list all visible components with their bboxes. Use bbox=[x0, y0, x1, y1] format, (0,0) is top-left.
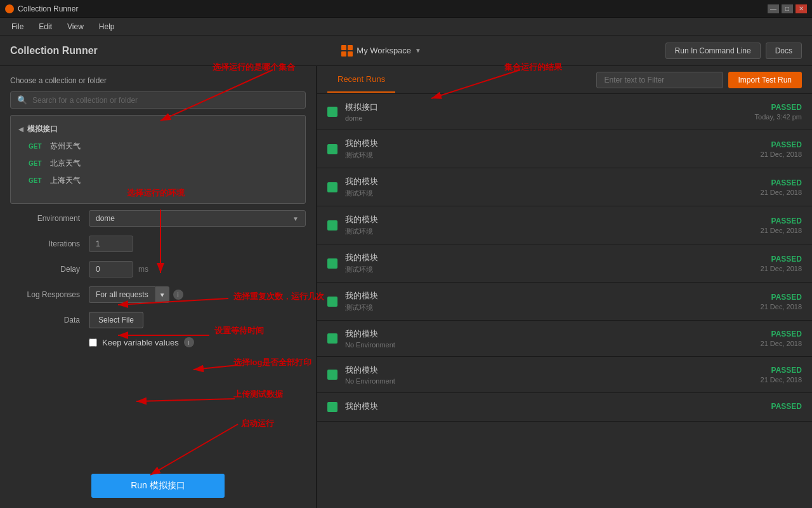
run-status-icon bbox=[327, 182, 337, 192]
run-status-icon bbox=[327, 220, 337, 231]
menu-help[interactable]: Help bbox=[93, 21, 121, 32]
delay-input[interactable] bbox=[89, 261, 133, 277]
menu-view[interactable]: View bbox=[61, 21, 90, 32]
data-label: Data bbox=[10, 316, 80, 324]
run-name: 我的模块 bbox=[345, 214, 761, 225]
log-info-icon[interactable]: i bbox=[173, 290, 183, 300]
run-item[interactable]: 我的模块 测试环境 PASSED 21 Dec, 2018 bbox=[317, 206, 812, 244]
run-status: PASSED bbox=[761, 140, 802, 149]
keep-variable-checkbox[interactable] bbox=[89, 338, 97, 347]
tree-child-item-1[interactable]: GET 北京天气 bbox=[11, 155, 305, 172]
keep-variable-label: Keep variable values bbox=[102, 338, 179, 347]
chevron-down-icon: ▼ bbox=[292, 215, 299, 222]
title-bar: Collection Runner — □ ✕ bbox=[0, 0, 812, 18]
run-time: 21 Dec, 2018 bbox=[761, 189, 802, 196]
collection-tree: ◀ 模拟接口 GET 苏州天气 GET 北京天气 GET 上海天气 bbox=[10, 115, 306, 204]
log-responses-dropdown-button[interactable]: ▼ bbox=[155, 286, 169, 303]
delay-unit: ms bbox=[138, 265, 148, 274]
tree-item-name-2: 上海天气 bbox=[50, 175, 81, 186]
header-buttons: Run In Command Line Docs bbox=[665, 43, 802, 59]
tree-item-name-1: 北京天气 bbox=[50, 158, 81, 169]
run-item[interactable]: 我的模块 测试环境 PASSED 21 Dec, 2018 bbox=[317, 244, 812, 283]
run-item[interactable]: 模拟接口 dome PASSED Today, 3:42 pm bbox=[317, 94, 812, 130]
run-status: PASSED bbox=[771, 402, 802, 411]
maximize-button[interactable]: □ bbox=[782, 4, 793, 13]
run-name: 我的模块 bbox=[345, 290, 761, 302]
menu-file[interactable]: File bbox=[5, 21, 30, 32]
search-input[interactable] bbox=[32, 96, 299, 105]
keep-variable-checkbox-row: Keep variable values i bbox=[89, 337, 194, 347]
run-status: PASSED bbox=[761, 178, 802, 187]
minimize-button[interactable]: — bbox=[768, 4, 779, 13]
run-env: 测试环境 bbox=[345, 189, 761, 198]
run-item[interactable]: 我的模块 No Environment PASSED 21 Dec, 2018 bbox=[317, 357, 812, 393]
window-controls[interactable]: — □ ✕ bbox=[768, 4, 807, 13]
right-header: Recent Runs Import Test Run bbox=[317, 66, 812, 94]
tree-folder-name: 模拟接口 bbox=[27, 124, 58, 135]
run-env: No Environment bbox=[345, 341, 761, 349]
filter-input[interactable] bbox=[596, 72, 723, 88]
top-header: Collection Runner My Workspace ▼ Run In … bbox=[0, 36, 812, 66]
app-title: Collection Runner bbox=[10, 45, 98, 57]
docs-button[interactable]: Docs bbox=[766, 43, 802, 59]
run-item[interactable]: 我的模块 测试环境 PASSED 21 Dec, 2018 bbox=[317, 168, 812, 206]
run-status-icon bbox=[327, 402, 337, 412]
log-responses-label: Log Responses bbox=[10, 290, 80, 299]
right-panel: Recent Runs Import Test Run 模拟接口 dome PA… bbox=[317, 66, 812, 508]
tree-folder-item[interactable]: ◀ 模拟接口 bbox=[11, 121, 305, 138]
window-title: Collection Runner bbox=[18, 4, 78, 13]
run-status-icon bbox=[327, 107, 337, 117]
http-method-label-1: GET bbox=[29, 160, 46, 167]
workspace-chevron-icon: ▼ bbox=[415, 47, 421, 54]
run-name: 模拟接口 bbox=[345, 102, 755, 113]
menu-edit[interactable]: Edit bbox=[32, 21, 58, 32]
run-item[interactable]: 我的模块 No Environment PASSED 21 Dec, 2018 bbox=[317, 321, 812, 357]
run-button[interactable]: Run 模拟接口 bbox=[91, 474, 225, 498]
run-time: Today, 3:42 pm bbox=[755, 113, 802, 121]
run-item[interactable]: 我的模块 测试环境 PASSED 21 Dec, 2018 bbox=[317, 283, 812, 321]
delay-label: Delay bbox=[10, 265, 80, 274]
iterations-input[interactable] bbox=[89, 236, 133, 252]
close-button[interactable]: ✕ bbox=[796, 4, 807, 13]
run-status: PASSED bbox=[761, 293, 802, 302]
menu-bar: File Edit View Help bbox=[0, 18, 812, 36]
run-time: 21 Dec, 2018 bbox=[761, 150, 802, 158]
app-icon bbox=[5, 4, 14, 13]
left-panel: Choose a collection or folder 🔍 ◀ 模拟接口 G… bbox=[0, 66, 317, 508]
run-time: 21 Dec, 2018 bbox=[761, 303, 802, 311]
run-name: 我的模块 bbox=[345, 252, 761, 264]
run-status-icon bbox=[327, 370, 337, 380]
run-item[interactable]: 我的模块 PASSED bbox=[317, 393, 812, 422]
tab-bar: Recent Runs bbox=[327, 67, 395, 93]
workspace-grid-icon bbox=[341, 45, 353, 57]
workspace-name: My Workspace bbox=[357, 46, 411, 55]
run-env: 测试环境 bbox=[345, 303, 761, 312]
import-test-run-button[interactable]: Import Test Run bbox=[728, 72, 802, 88]
environment-label: Environment bbox=[10, 214, 80, 223]
run-env: 测试环境 bbox=[345, 265, 761, 274]
http-method-label-0: GET bbox=[29, 143, 46, 150]
environment-select[interactable]: dome ▼ bbox=[89, 210, 306, 227]
run-env: No Environment bbox=[345, 377, 761, 385]
keep-variable-info-icon[interactable]: i bbox=[184, 337, 194, 347]
workspace-selector[interactable]: My Workspace ▼ bbox=[341, 45, 421, 57]
run-env: 测试环境 bbox=[345, 227, 761, 236]
log-responses-row: Log Responses For all requests ▼ i bbox=[10, 286, 306, 303]
tree-arrow-icon: ◀ bbox=[18, 126, 23, 133]
main-layout: Choose a collection or folder 🔍 ◀ 模拟接口 G… bbox=[0, 66, 812, 508]
tab-recent-runs[interactable]: Recent Runs bbox=[327, 67, 395, 93]
run-time: 21 Dec, 2018 bbox=[761, 265, 802, 272]
tree-child-item-0[interactable]: GET 苏州天气 bbox=[11, 138, 305, 155]
run-item[interactable]: 我的模块 测试环境 PASSED 21 Dec, 2018 bbox=[317, 130, 812, 168]
run-status-icon bbox=[327, 297, 337, 307]
select-file-button[interactable]: Select File bbox=[89, 312, 143, 328]
search-box[interactable]: 🔍 bbox=[10, 91, 306, 109]
tree-child-item-2[interactable]: GET 上海天气 bbox=[11, 172, 305, 189]
keep-variable-row: Keep variable values i bbox=[10, 337, 306, 347]
run-name: 我的模块 bbox=[345, 176, 761, 187]
environment-value: dome bbox=[96, 214, 115, 223]
run-status: PASSED bbox=[761, 330, 802, 338]
log-responses-combo[interactable]: For all requests ▼ bbox=[89, 286, 169, 303]
tree-item-name-0: 苏州天气 bbox=[50, 141, 81, 152]
run-command-line-button[interactable]: Run In Command Line bbox=[665, 43, 761, 59]
